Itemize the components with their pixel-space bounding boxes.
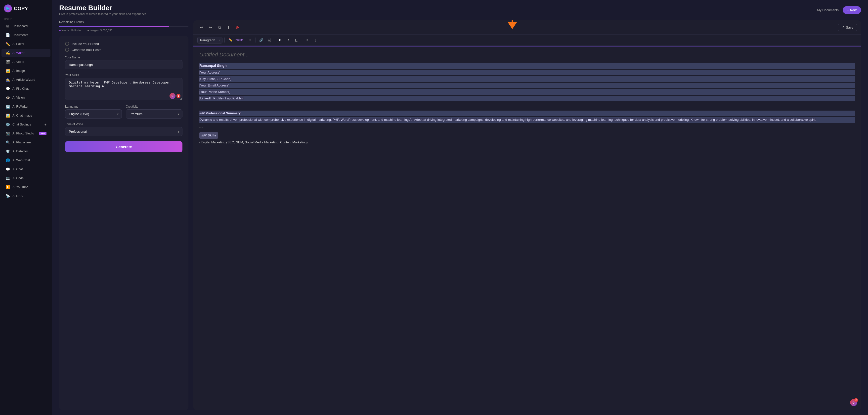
generate-bulk-radio[interactable] [65, 48, 69, 52]
your-name-field-group: Your Name [65, 56, 182, 69]
generate-button[interactable]: Generate [65, 141, 182, 152]
sidebar-item-ai-detector[interactable]: 🛡️ AI Detector [1, 147, 51, 156]
ai-detector-icon: 🛡️ [5, 149, 10, 153]
sparkle-button[interactable]: ✦ [247, 36, 253, 43]
paragraph-select-wrapper: Paragraph Heading 1 Heading 2 Heading 3 [197, 37, 222, 43]
logo[interactable]: 🐦 COPY [0, 0, 52, 15]
sidebar-item-ai-youtube[interactable]: ▶️ AI YouTube [1, 183, 51, 191]
editor-content[interactable]: Untitled Document... Ramanpal Singh [You… [193, 46, 861, 410]
credits-info: ● Words Unlimited ● Images 3,000,855 [59, 29, 188, 32]
format-divider-3 [275, 37, 275, 42]
numbered-list-button[interactable]: ⋮ [312, 36, 319, 43]
credits-images: ● Images 3,000,855 [87, 29, 112, 32]
grammarly-icon-1: G [169, 93, 176, 99]
bold-button[interactable]: B [277, 36, 284, 43]
topbar-left: Resume Builder Create professional resum… [59, 4, 147, 16]
form-selects-row: Language English (USA) English (UK) Span… [65, 105, 182, 119]
my-documents-link[interactable]: My Documents [817, 8, 839, 12]
sidebar-item-documents[interactable]: 📄 Documents [1, 31, 51, 39]
delete-button[interactable]: ⊖ [233, 23, 241, 31]
dashboard-icon: ⊞ [5, 24, 10, 28]
sidebar-item-ai-rewriter[interactable]: 🔄 AI ReWriter [1, 102, 51, 111]
ai-rss-icon: 📡 [5, 194, 10, 198]
sidebar-item-ai-rss[interactable]: 📡 AI RSS [1, 192, 51, 200]
editor-toolbar: ↩ ↪ ⧉ ⬇ ⊖ ↺ Save [193, 20, 861, 35]
doc-line-city: [City, State, ZIP Code] [199, 76, 855, 82]
language-select[interactable]: English (USA) English (UK) Spanish Frenc… [65, 109, 122, 119]
doc-email-text: [Your Email Address] [199, 84, 229, 87]
sidebar-item-ai-web-chat[interactable]: 🌐 AI Web Chat [1, 156, 51, 164]
language-group: Language English (USA) English (UK) Span… [65, 105, 122, 119]
download-button[interactable]: ⬇ [224, 23, 232, 31]
sidebar-item-label: AI Vision [12, 96, 46, 99]
sidebar-item-ai-vision[interactable]: 👁️ AI Vision [1, 93, 51, 102]
format-divider-1 [224, 37, 225, 42]
image-insert-button[interactable]: 🖼 [266, 36, 273, 43]
creativity-group: Creativity Basic Premium Ultra [126, 105, 182, 119]
save-button[interactable]: ↺ Save [838, 24, 857, 31]
sidebar-item-ai-writer[interactable]: ✍️ AI Writer [1, 49, 51, 57]
link-button[interactable]: 🔗 [258, 36, 265, 43]
sidebar-item-ai-chat[interactable]: 💬 AI Chat [1, 165, 51, 173]
tone-select[interactable]: Professional Casual Formal Creative [65, 127, 182, 136]
tone-label: Tone of Voice [65, 123, 182, 126]
chat-settings-plus-icon[interactable]: + [44, 123, 46, 127]
sidebar-item-ai-plagiarism[interactable]: 🔍 AI Plagiarism [1, 138, 51, 147]
your-name-input[interactable] [65, 60, 182, 69]
bullet-list-button[interactable]: ≡ [304, 36, 311, 43]
sidebar-item-ai-video[interactable]: 🎬 AI Video [1, 58, 51, 66]
sidebar-item-label: AI Article Wizard [12, 78, 46, 82]
topbar: Resume Builder Create professional resum… [52, 0, 868, 18]
copy-button[interactable]: ⧉ [215, 23, 223, 31]
sidebar-item-ai-editor[interactable]: ✏️ AI Editor [1, 40, 51, 48]
credits-title: Remaining Credits [59, 20, 188, 24]
ai-vision-icon: 👁️ [5, 96, 10, 100]
sidebar-item-ai-photo-studio[interactable]: 📷 AI Photo Studio New [1, 129, 51, 138]
grammarly-badge-wrapper: G 2 [850, 399, 857, 406]
bottom-count-badge: 2 [854, 398, 858, 402]
sidebar-item-label: AI ReWriter [12, 105, 46, 108]
sidebar-item-ai-code[interactable]: 💻 AI Code [1, 174, 51, 182]
editor-toolbar-left: ↩ ↪ ⧉ ⬇ ⊖ [197, 23, 241, 31]
sidebar-item-label: Chat Settings [12, 123, 42, 126]
doc-title[interactable]: Untitled Document... [199, 52, 855, 58]
content-area: Remaining Credits ● Words Unlimited ● Im… [52, 18, 868, 415]
creativity-select[interactable]: Basic Premium Ultra [126, 109, 182, 119]
new-button[interactable]: + New [843, 6, 861, 14]
doc-phone-text: [Your Phone Number] [199, 90, 230, 94]
doc-skills-line: - Digital Marketing (SEO, SEM, Social Me… [199, 140, 855, 145]
sidebar-item-ai-chat-image[interactable]: 🖼️ AI Chat Image [1, 111, 51, 120]
ai-chat-icon: 💬 [5, 167, 10, 171]
rewrite-button[interactable]: ✏️ Rewrite [227, 37, 246, 43]
include-brand-radio[interactable] [65, 42, 69, 46]
your-skills-field-group: Your Skills Digital marketer, PHP Develo… [65, 73, 182, 101]
undo-button[interactable]: ↩ [197, 23, 205, 31]
italic-button[interactable]: I [285, 36, 292, 43]
paragraph-select[interactable]: Paragraph Heading 1 Heading 2 Heading 3 [197, 37, 222, 43]
format-divider-2 [255, 37, 256, 42]
credits-bar [59, 26, 188, 27]
form-checkboxes: Include Your Brand Generate Bulk Posts [65, 42, 182, 52]
sidebar-item-label: AI Video [12, 60, 46, 64]
doc-heading-skills: ### Skills [199, 132, 855, 139]
sidebar-item-ai-file-chat[interactable]: 💬 AI File Chat [1, 85, 51, 93]
sidebar-item-chat-settings[interactable]: ⚙️ Chat Settings + [1, 120, 51, 129]
doc-address-text: [Your Address] [199, 71, 220, 74]
redo-button[interactable]: ↪ [206, 23, 214, 31]
sidebar-item-label: AI Detector [12, 150, 46, 153]
sidebar-item-ai-article-wizard[interactable]: 🧙 AI Article Wizard [1, 75, 51, 84]
ai-rewriter-icon: 🔄 [5, 105, 10, 108]
sidebar-item-label: AI Image [12, 69, 46, 72]
your-skills-textarea[interactable]: Digital marketer, PHP Developer, Wordpre… [65, 78, 182, 100]
sidebar-item-ai-image[interactable]: 🖼️ AI Image [1, 67, 51, 75]
underline-button[interactable]: U [293, 36, 300, 43]
doc-line-name: Ramanpal Singh [199, 63, 855, 69]
textarea-icons: G 1 [169, 93, 181, 99]
doc-heading-summary: ### Professional Summary [199, 110, 855, 116]
doc-summary-text: Dynamic and results-driven professional … [199, 117, 855, 123]
credits-bar-fill [59, 26, 169, 27]
sidebar-item-dashboard[interactable]: ⊞ Dashboard [1, 22, 51, 30]
your-name-label: Your Name [65, 56, 182, 59]
include-brand-row: Include Your Brand [65, 42, 182, 46]
editor-format-bar: Paragraph Heading 1 Heading 2 Heading 3 … [193, 35, 861, 46]
